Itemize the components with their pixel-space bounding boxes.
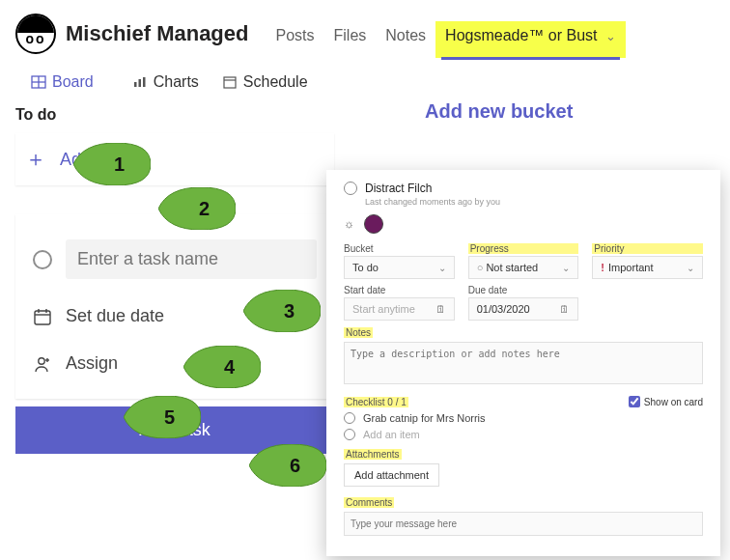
- view-board[interactable]: Board: [15, 73, 109, 91]
- priority-label: Priority: [592, 243, 703, 254]
- tab-posts[interactable]: Posts: [266, 21, 323, 58]
- task-complete-radio[interactable]: [33, 250, 52, 269]
- bucket-select[interactable]: To do⌄: [344, 256, 455, 279]
- add-bucket-button[interactable]: Add new bucket: [425, 100, 573, 123]
- view-charts[interactable]: Charts: [132, 73, 199, 91]
- svg-point-12: [39, 357, 44, 363]
- svg-rect-4: [138, 79, 141, 87]
- tab-hogsmeade[interactable]: Hogsmeade™ or Bust ⌄: [435, 21, 626, 58]
- svg-rect-6: [224, 77, 236, 88]
- view-charts-label: Charts: [154, 73, 199, 91]
- svg-rect-5: [143, 77, 146, 87]
- progress-select[interactable]: ○ Not started⌄: [468, 256, 579, 279]
- checklist-label: Checklist 0 / 1: [344, 397, 408, 407]
- view-board-label: Board: [52, 73, 94, 91]
- task-name-input[interactable]: [66, 239, 317, 279]
- chevron-down-icon: ⌄: [687, 263, 694, 273]
- team-name: Mischief Managed: [66, 21, 248, 46]
- tab-label: Hogsmeade™ or Bust: [445, 27, 597, 43]
- task-meta: Last changed moments ago by you: [365, 197, 703, 207]
- task-title[interactable]: Distract Filch: [365, 182, 432, 195]
- due-date-input[interactable]: 01/03/2020🗓: [468, 297, 579, 321]
- assign-row[interactable]: Assign: [33, 340, 317, 387]
- checklist-item[interactable]: Grab catnip for Mrs Norris: [344, 412, 703, 424]
- planner-view-bar: Board Charts Schedule: [0, 58, 730, 100]
- chevron-down-icon: ⌄: [562, 263, 570, 273]
- view-schedule-label: Schedule: [243, 73, 308, 91]
- start-date-input[interactable]: Start anytime🗓: [344, 297, 455, 321]
- notes-label: Notes: [344, 327, 373, 338]
- bucket-title: To do: [15, 106, 56, 124]
- add-task-label: Add task: [60, 150, 127, 170]
- svg-rect-3: [134, 82, 137, 87]
- schedule-icon: [222, 74, 238, 90]
- add-task-row[interactable]: ＋ Add task: [15, 133, 334, 185]
- tab-notes[interactable]: Notes: [376, 21, 435, 58]
- assignee-avatar[interactable]: [364, 214, 383, 234]
- plus-icon: ＋: [25, 149, 46, 170]
- bucket-header: To do: [15, 100, 715, 133]
- calendar-icon: [33, 307, 52, 326]
- tab-files[interactable]: Files: [324, 21, 377, 58]
- set-due-date-label: Set due date: [66, 306, 164, 326]
- channel-header: Mischief Managed Posts Files Notes Hogsm…: [0, 0, 730, 58]
- priority-select[interactable]: !Important⌄: [592, 256, 703, 279]
- assign-icon: [33, 354, 52, 374]
- attachments-label: Attachments: [344, 449, 402, 460]
- add-task-button[interactable]: Add Task: [15, 406, 334, 454]
- view-schedule[interactable]: Schedule: [222, 73, 308, 91]
- task-complete-radio[interactable]: [344, 182, 357, 195]
- progress-label: Progress: [468, 243, 579, 254]
- comment-input[interactable]: [344, 512, 703, 536]
- board-icon: [31, 74, 46, 90]
- due-date-label: Due date: [468, 285, 579, 295]
- svg-rect-8: [35, 311, 50, 324]
- bucket-label: Bucket: [344, 243, 455, 254]
- show-on-card-checkbox[interactable]: Show on card: [629, 396, 703, 407]
- channel-tabs: Posts Files Notes Hogsmeade™ or Bust ⌄: [266, 10, 625, 58]
- start-date-label: Start date: [344, 285, 455, 295]
- notes-textarea[interactable]: [344, 342, 703, 384]
- add-attachment-button[interactable]: Add attachment: [344, 463, 439, 487]
- calendar-icon: 🗓: [435, 303, 446, 315]
- chevron-down-icon[interactable]: ⌄: [605, 29, 616, 43]
- team-avatar: [15, 14, 56, 54]
- new-task-card: Set due date Assign: [15, 214, 334, 399]
- set-due-date-row[interactable]: Set due date: [33, 293, 317, 340]
- checklist-add-item[interactable]: Add an item: [344, 429, 703, 440]
- charts-icon: [132, 74, 148, 90]
- chevron-down-icon: ⌄: [438, 263, 446, 273]
- task-detail-panel: Distract Filch Last changed moments ago …: [326, 170, 720, 556]
- calendar-icon: 🗓: [559, 303, 570, 315]
- label-icon[interactable]: ☼: [344, 217, 354, 231]
- comments-label: Comments: [344, 497, 394, 508]
- assign-label: Assign: [66, 353, 118, 374]
